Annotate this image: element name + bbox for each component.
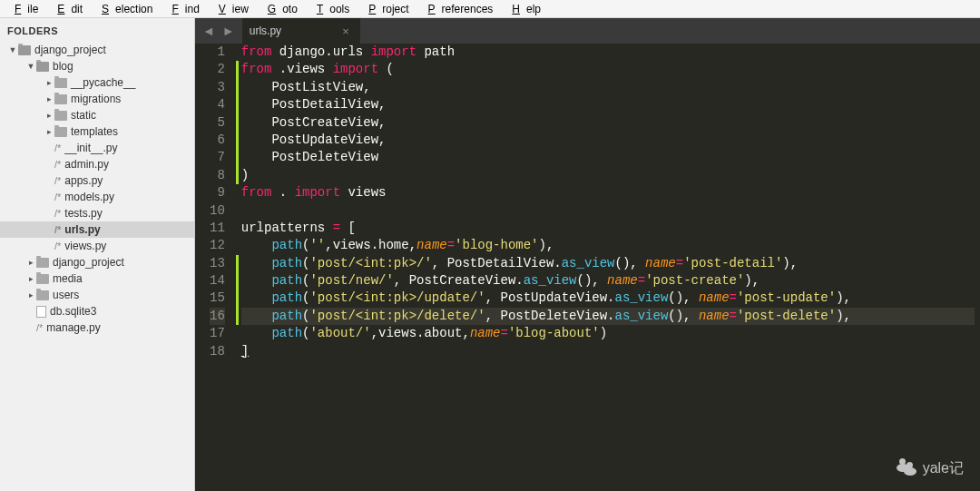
file-models-py[interactable]: /*models.py xyxy=(0,189,194,205)
menu-selection[interactable]: Selection xyxy=(89,1,159,17)
menu-file[interactable]: File xyxy=(2,1,44,17)
tree-label: db.sqlite3 xyxy=(50,305,96,318)
tree-label: django_project xyxy=(34,44,106,56)
code-line-2[interactable]: from .views import ( xyxy=(241,61,975,78)
folder-tree: ▼django_project▼blog▸__pycache__▸migrati… xyxy=(0,42,194,336)
folder-migrations[interactable]: ▸migrations xyxy=(0,91,194,107)
menu-goto[interactable]: Goto xyxy=(255,1,304,17)
menu-help[interactable]: Help xyxy=(499,1,547,17)
line-number: 18 xyxy=(210,343,225,360)
nav-back-icon[interactable]: ◄ xyxy=(202,24,215,38)
folder-blog[interactable]: ▼blog xyxy=(0,58,194,74)
tree-label: __pycache__ xyxy=(71,76,135,89)
code-line-1[interactable]: from django.urls import path xyxy=(241,44,975,61)
folder-django_project[interactable]: ▼django_project xyxy=(0,42,194,58)
code-line-15[interactable]: path('post/<int:pk>/update/', PostUpdate… xyxy=(241,290,975,307)
line-number-gutter: 123456789101112131415161718 xyxy=(195,44,236,491)
nav-forward-icon[interactable]: ► xyxy=(222,24,235,38)
file-views-py[interactable]: /*views.py xyxy=(0,238,194,254)
code-line-8[interactable]: ) xyxy=(241,167,975,184)
file-urls-py[interactable]: /*urls.py xyxy=(0,221,194,238)
code-content[interactable]: from django.urls import pathfrom .views … xyxy=(236,44,980,491)
folder-templates[interactable]: ▸templates xyxy=(0,123,194,140)
line-number: 12 xyxy=(210,237,225,254)
line-number: 5 xyxy=(210,114,225,132)
line-number: 10 xyxy=(210,202,225,220)
code-area[interactable]: 123456789101112131415161718 from django.… xyxy=(195,44,980,491)
sidebar: FOLDERS ▼django_project▼blog▸__pycache__… xyxy=(0,18,195,491)
code-line-5[interactable]: PostCreateView, xyxy=(241,114,975,132)
code-line-10[interactable] xyxy=(241,202,975,220)
line-number: 11 xyxy=(210,220,225,237)
tree-label: tests.py xyxy=(64,207,102,220)
folder-static[interactable]: ▸static xyxy=(0,107,194,123)
folder-django_project[interactable]: ▸django_project xyxy=(0,254,194,270)
code-line-3[interactable]: PostListView, xyxy=(241,79,975,96)
line-number: 2 xyxy=(210,61,225,78)
tabs: urls.py × xyxy=(242,18,360,44)
file-apps-py[interactable]: /*apps.py xyxy=(0,172,194,189)
menu-view[interactable]: View xyxy=(206,1,255,17)
folder-media[interactable]: ▸media xyxy=(0,270,194,287)
tab-label: urls.py xyxy=(250,25,281,37)
line-number: 6 xyxy=(210,132,225,149)
code-line-16[interactable]: path('post/<int:pk>/delete/', PostDelete… xyxy=(241,308,975,325)
line-number: 17 xyxy=(210,325,225,342)
line-number: 9 xyxy=(210,184,225,201)
menu-edit[interactable]: Edit xyxy=(44,1,89,17)
code-line-17[interactable]: path('about/',views.about,name='blog-abo… xyxy=(241,325,975,342)
tab-urls[interactable]: urls.py × xyxy=(242,18,360,44)
menu-tools[interactable]: Tools xyxy=(304,1,356,17)
tree-label: models.py xyxy=(64,191,114,203)
file-tests-py[interactable]: /*tests.py xyxy=(0,205,194,221)
line-number: 15 xyxy=(210,290,225,307)
folder-__pycache__[interactable]: ▸__pycache__ xyxy=(0,74,194,91)
code-line-12[interactable]: path('',views.home,name='blog-home'), xyxy=(241,237,975,254)
nav-arrows: ◄ ► xyxy=(195,18,242,44)
tree-label: templates xyxy=(71,125,118,138)
line-number: 7 xyxy=(210,149,225,166)
tree-label: django_project xyxy=(53,256,124,269)
line-number: 4 xyxy=(210,96,225,113)
file-db-sqlite3[interactable]: db.sqlite3 xyxy=(0,303,194,319)
close-icon[interactable]: × xyxy=(338,25,353,38)
wechat-icon xyxy=(894,458,917,478)
tree-label: manage.py xyxy=(46,321,100,334)
code-line-14[interactable]: path('post/new/', PostCreateView.as_view… xyxy=(241,272,975,290)
file-manage-py[interactable]: /*manage.py xyxy=(0,319,194,336)
code-line-9[interactable]: from . import views xyxy=(241,184,975,201)
tree-label: urls.py xyxy=(64,223,100,236)
tree-label: media xyxy=(53,272,83,285)
file-admin-py[interactable]: /*admin.py xyxy=(0,156,194,172)
line-number: 8 xyxy=(210,167,225,184)
code-line-7[interactable]: PostDeleteView xyxy=(241,149,975,166)
menu-preferences[interactable]: Preferences xyxy=(416,1,500,17)
menu-project[interactable]: Project xyxy=(356,1,415,17)
file-__init__-py[interactable]: /*__init__.py xyxy=(0,140,194,156)
tree-label: users xyxy=(53,289,79,301)
code-line-13[interactable]: path('post/<int:pk>/', PostDetailView.as… xyxy=(241,255,975,272)
menu-find[interactable]: Find xyxy=(159,1,205,17)
editor: ◄ ► urls.py × 12345678910111213141516171… xyxy=(195,18,980,491)
menubar: FileEditSelectionFindViewGotoToolsProjec… xyxy=(0,0,980,18)
code-line-4[interactable]: PostDetailView, xyxy=(241,96,975,113)
code-line-6[interactable]: PostUpdateView, xyxy=(241,132,975,149)
line-number: 14 xyxy=(210,272,225,290)
tree-label: static xyxy=(71,109,96,122)
tree-label: admin.py xyxy=(64,158,109,171)
watermark-text: yale记 xyxy=(923,459,964,478)
tree-label: blog xyxy=(53,60,74,73)
tree-label: views.py xyxy=(64,240,106,252)
folder-users[interactable]: ▸users xyxy=(0,287,194,303)
watermark: yale记 xyxy=(894,458,964,478)
sidebar-header: FOLDERS xyxy=(0,22,194,42)
code-line-18[interactable]: ] xyxy=(241,343,975,360)
line-number: 16 xyxy=(210,308,225,325)
tree-label: migrations xyxy=(71,93,121,105)
tree-label: __init__.py xyxy=(64,142,117,154)
line-number: 13 xyxy=(210,255,225,272)
code-line-11[interactable]: urlpatterns = [ xyxy=(241,220,975,237)
tree-label: apps.py xyxy=(64,174,103,187)
line-number: 1 xyxy=(210,44,225,61)
line-number: 3 xyxy=(210,79,225,96)
